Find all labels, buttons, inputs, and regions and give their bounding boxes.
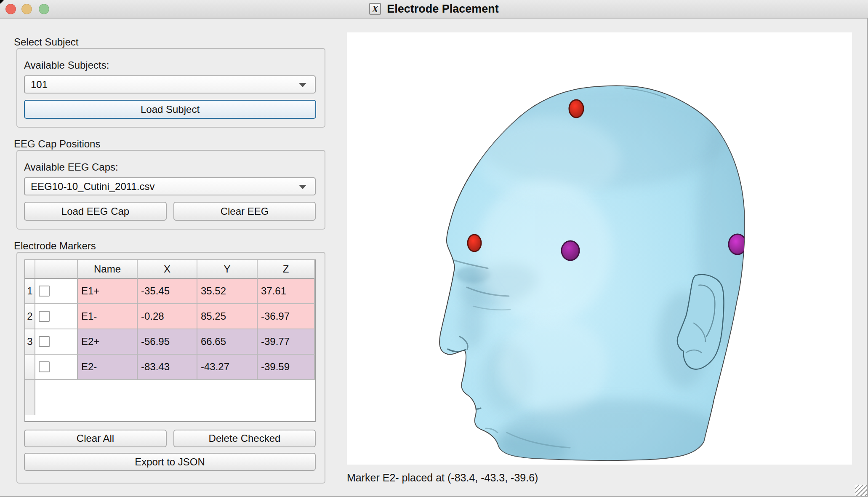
table-row: 2E1--0.2885.25-36.97 xyxy=(25,304,315,329)
checkbox-cell xyxy=(35,304,78,329)
cell-x[interactable]: -35.45 xyxy=(138,279,197,304)
table-row: 3E2+-56.9566.65-39.77 xyxy=(25,329,315,355)
cell-name[interactable]: E2+ xyxy=(78,329,138,355)
cell-z[interactable]: 37.61 xyxy=(258,279,315,304)
table-row: 1E1+-35.4535.5237.61 xyxy=(25,279,315,304)
cell-name[interactable]: E1+ xyxy=(78,279,138,304)
checkbox-cell xyxy=(35,279,78,304)
delete-checked-button[interactable]: Delete Checked xyxy=(173,430,316,447)
available-eeg-caps-label: Available EEG Caps: xyxy=(24,161,118,173)
cell-x[interactable]: -0.28 xyxy=(138,304,197,329)
row-number[interactable]: 3 xyxy=(25,329,35,355)
row-checkbox[interactable] xyxy=(39,311,50,322)
row-checkbox[interactable] xyxy=(39,336,50,347)
table-corner-cell xyxy=(25,260,35,279)
cell-z[interactable]: -39.77 xyxy=(258,329,315,355)
clear-all-button-label: Clear All xyxy=(77,433,114,444)
load-eeg-cap-button-label: Load EEG Cap xyxy=(61,206,129,217)
load-subject-button-label: Load Subject xyxy=(141,104,200,115)
subject-combobox[interactable]: 101 xyxy=(24,75,316,94)
eeg-cap-combobox-value: EEG10-10_Cutini_2011.csv xyxy=(31,181,154,192)
status-message: Marker E2- placed at (-83.4, -43.3, -39.… xyxy=(347,472,538,484)
cell-x[interactable]: -83.43 xyxy=(138,355,197,380)
section-title-select-subject: Select Subject xyxy=(14,36,78,48)
cell-y[interactable]: 35.52 xyxy=(197,279,258,304)
row-header-strip xyxy=(25,380,35,415)
row-checkbox[interactable] xyxy=(39,286,50,297)
checkbox-cell xyxy=(35,329,78,355)
electrode-marker[interactable] xyxy=(729,234,746,254)
load-subject-button[interactable]: Load Subject xyxy=(24,100,316,119)
electrode-marker[interactable] xyxy=(468,235,481,251)
chevron-down-icon xyxy=(299,83,306,87)
cell-z[interactable]: -36.97 xyxy=(258,304,315,329)
resize-grip[interactable] xyxy=(855,485,868,497)
head-3d-viewport[interactable] xyxy=(347,32,852,465)
cell-x[interactable]: -56.95 xyxy=(138,329,197,355)
load-eeg-cap-button[interactable]: Load EEG Cap xyxy=(24,202,167,221)
row-checkbox[interactable] xyxy=(39,361,50,372)
column-header[interactable]: Z xyxy=(258,260,315,279)
cell-y[interactable]: 85.25 xyxy=(197,304,258,329)
electrode-marker[interactable] xyxy=(562,241,579,260)
available-subjects-label: Available Subjects: xyxy=(24,59,109,71)
head-render xyxy=(347,32,852,465)
column-header[interactable] xyxy=(35,260,78,279)
title-group: X Electrode Placement xyxy=(0,0,868,18)
table-header-row: NameXYZ xyxy=(25,260,315,279)
cell-y[interactable]: 66.65 xyxy=(197,329,258,355)
cell-name[interactable]: E2- xyxy=(78,355,138,380)
row-number[interactable]: 2 xyxy=(25,304,35,329)
window-title: Electrode Placement xyxy=(387,3,499,16)
electrode-table: NameXYZ 1E1+-35.4535.5237.612E1--0.2885.… xyxy=(24,259,316,422)
clear-all-button[interactable]: Clear All xyxy=(24,430,167,447)
eeg-cap-combobox[interactable]: EEG10-10_Cutini_2011.csv xyxy=(24,177,316,195)
subject-combobox-value: 101 xyxy=(31,79,48,91)
export-to-json-button-label: Export to JSON xyxy=(135,456,205,468)
row-number[interactable]: 4 xyxy=(25,355,35,380)
x11-app-icon: X xyxy=(369,3,381,15)
cell-y[interactable]: -43.27 xyxy=(197,355,258,380)
column-header[interactable]: X xyxy=(138,260,197,279)
title-bar: X Electrode Placement xyxy=(0,0,868,19)
cell-name[interactable]: E1- xyxy=(78,304,138,329)
table-empty-area xyxy=(25,380,315,415)
delete-checked-button-label: Delete Checked xyxy=(209,433,281,444)
section-title-electrode-markers: Electrode Markers xyxy=(14,240,96,252)
section-title-eeg-cap: EEG Cap Positions xyxy=(14,138,100,150)
column-header[interactable]: Y xyxy=(197,260,258,279)
clear-eeg-button-label: Clear EEG xyxy=(221,206,269,217)
chevron-down-icon xyxy=(299,185,306,189)
row-number[interactable]: 1 xyxy=(25,279,35,304)
cell-z[interactable]: -39.59 xyxy=(258,355,315,380)
checkbox-cell xyxy=(35,355,78,380)
table-row: 4E2--83.43-43.27-39.59 xyxy=(25,355,315,380)
clear-eeg-button[interactable]: Clear EEG xyxy=(173,202,316,221)
column-header[interactable]: Name xyxy=(78,260,138,279)
electrode-marker[interactable] xyxy=(569,100,583,118)
export-to-json-button[interactable]: Export to JSON xyxy=(24,453,316,471)
